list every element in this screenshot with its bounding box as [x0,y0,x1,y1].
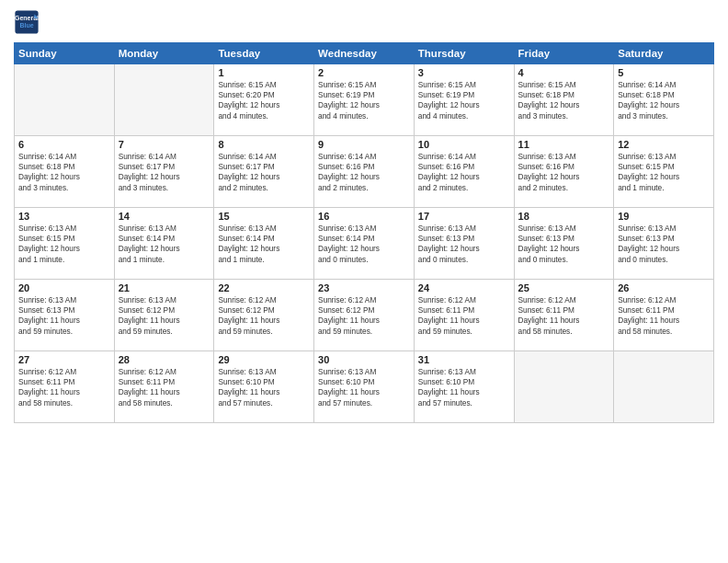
calendar-cell: 8Sunrise: 6:14 AM Sunset: 6:17 PM Daylig… [214,136,314,208]
calendar-cell: 5Sunrise: 6:14 AM Sunset: 6:18 PM Daylig… [614,64,714,136]
day-number: 10 [418,139,510,150]
cell-info: Sunrise: 6:14 AM Sunset: 6:17 PM Dayligh… [218,152,310,193]
calendar-cell: 31Sunrise: 6:13 AM Sunset: 6:10 PM Dayli… [414,351,514,423]
calendar-cell [15,64,115,136]
day-number: 31 [418,354,510,365]
calendar-cell: 17Sunrise: 6:13 AM Sunset: 6:13 PM Dayli… [414,208,514,280]
calendar-cell: 11Sunrise: 6:13 AM Sunset: 6:16 PM Dayli… [514,136,614,208]
calendar-cell [114,64,214,136]
header: General Blue [14,9,714,35]
day-number: 22 [218,282,310,293]
calendar-table: SundayMondayTuesdayWednesdayThursdayFrid… [14,42,714,423]
day-number: 27 [18,354,110,365]
calendar-cell: 9Sunrise: 6:14 AM Sunset: 6:16 PM Daylig… [314,136,415,208]
weekday-header-monday: Monday [114,43,214,64]
weekday-header-tuesday: Tuesday [214,43,314,64]
calendar-cell: 13Sunrise: 6:13 AM Sunset: 6:15 PM Dayli… [15,208,115,280]
day-number: 30 [318,354,410,365]
day-number: 5 [618,67,710,78]
day-number: 3 [418,67,510,78]
calendar-cell: 7Sunrise: 6:14 AM Sunset: 6:17 PM Daylig… [114,136,214,208]
cell-info: Sunrise: 6:12 AM Sunset: 6:11 PM Dayligh… [119,367,210,408]
calendar-cell: 3Sunrise: 6:15 AM Sunset: 6:19 PM Daylig… [414,64,514,136]
calendar-cell: 12Sunrise: 6:13 AM Sunset: 6:15 PM Dayli… [614,136,714,208]
cell-info: Sunrise: 6:14 AM Sunset: 6:17 PM Dayligh… [119,152,210,193]
calendar-cell: 21Sunrise: 6:13 AM Sunset: 6:12 PM Dayli… [114,280,214,351]
weekday-header-row: SundayMondayTuesdayWednesdayThursdayFrid… [15,43,714,64]
calendar-cell: 27Sunrise: 6:12 AM Sunset: 6:11 PM Dayli… [15,351,115,423]
cell-info: Sunrise: 6:14 AM Sunset: 6:16 PM Dayligh… [418,152,510,193]
calendar-cell: 18Sunrise: 6:13 AM Sunset: 6:13 PM Dayli… [514,208,614,280]
calendar-cell: 2Sunrise: 6:15 AM Sunset: 6:19 PM Daylig… [314,64,415,136]
svg-text:Blue: Blue [19,22,33,29]
weekday-header-wednesday: Wednesday [314,43,415,64]
calendar-cell: 25Sunrise: 6:12 AM Sunset: 6:11 PM Dayli… [514,280,614,351]
page: General Blue SundayMondayTuesdayWednesda… [0,0,728,563]
cell-info: Sunrise: 6:14 AM Sunset: 6:18 PM Dayligh… [18,152,110,193]
calendar-cell: 1Sunrise: 6:15 AM Sunset: 6:20 PM Daylig… [214,64,314,136]
calendar-cell: 29Sunrise: 6:13 AM Sunset: 6:10 PM Dayli… [214,351,314,423]
cell-info: Sunrise: 6:13 AM Sunset: 6:10 PM Dayligh… [218,367,310,408]
calendar-cell [614,351,714,423]
day-number: 24 [418,282,510,293]
weekday-header-saturday: Saturday [614,43,714,64]
cell-info: Sunrise: 6:12 AM Sunset: 6:11 PM Dayligh… [618,295,710,337]
day-number: 4 [518,67,610,78]
calendar-cell: 26Sunrise: 6:12 AM Sunset: 6:11 PM Dayli… [614,280,714,351]
day-number: 21 [119,282,210,293]
day-number: 6 [18,139,110,150]
day-number: 29 [218,354,310,365]
cell-info: Sunrise: 6:13 AM Sunset: 6:16 PM Dayligh… [518,152,610,193]
day-number: 14 [119,211,210,222]
calendar-cell: 30Sunrise: 6:13 AM Sunset: 6:10 PM Dayli… [314,351,415,423]
cell-info: Sunrise: 6:13 AM Sunset: 6:10 PM Dayligh… [418,367,510,408]
weekday-header-thursday: Thursday [414,43,514,64]
calendar-cell: 19Sunrise: 6:13 AM Sunset: 6:13 PM Dayli… [614,208,714,280]
day-number: 16 [318,211,410,222]
day-number: 12 [618,139,710,150]
day-number: 19 [618,211,710,222]
day-number: 17 [418,211,510,222]
day-number: 7 [119,139,210,150]
day-number: 15 [218,211,310,222]
day-number: 18 [518,211,610,222]
cell-info: Sunrise: 6:13 AM Sunset: 6:14 PM Dayligh… [218,224,310,265]
day-number: 9 [318,139,410,150]
week-row-3: 13Sunrise: 6:13 AM Sunset: 6:15 PM Dayli… [15,208,714,280]
day-number: 11 [518,139,610,150]
cell-info: Sunrise: 6:13 AM Sunset: 6:13 PM Dayligh… [418,224,510,265]
cell-info: Sunrise: 6:13 AM Sunset: 6:13 PM Dayligh… [618,224,710,265]
logo-icon: General Blue [14,9,40,35]
cell-info: Sunrise: 6:13 AM Sunset: 6:14 PM Dayligh… [119,224,210,265]
cell-info: Sunrise: 6:15 AM Sunset: 6:19 PM Dayligh… [318,80,410,121]
cell-info: Sunrise: 6:14 AM Sunset: 6:16 PM Dayligh… [318,152,410,193]
cell-info: Sunrise: 6:12 AM Sunset: 6:11 PM Dayligh… [518,295,610,337]
calendar-cell: 24Sunrise: 6:12 AM Sunset: 6:11 PM Dayli… [414,280,514,351]
cell-info: Sunrise: 6:15 AM Sunset: 6:18 PM Dayligh… [518,80,610,121]
cell-info: Sunrise: 6:13 AM Sunset: 6:13 PM Dayligh… [518,224,610,265]
cell-info: Sunrise: 6:13 AM Sunset: 6:15 PM Dayligh… [18,224,110,265]
weekday-header-sunday: Sunday [15,43,115,64]
logo: General Blue [14,9,43,35]
cell-info: Sunrise: 6:14 AM Sunset: 6:18 PM Dayligh… [618,80,710,121]
cell-info: Sunrise: 6:13 AM Sunset: 6:14 PM Dayligh… [318,224,410,265]
calendar-cell: 20Sunrise: 6:13 AM Sunset: 6:13 PM Dayli… [15,280,115,351]
calendar-cell: 10Sunrise: 6:14 AM Sunset: 6:16 PM Dayli… [414,136,514,208]
week-row-2: 6Sunrise: 6:14 AM Sunset: 6:18 PM Daylig… [15,136,714,208]
day-number: 1 [218,67,310,78]
day-number: 25 [518,282,610,293]
day-number: 28 [119,354,210,365]
calendar-cell: 23Sunrise: 6:12 AM Sunset: 6:12 PM Dayli… [314,280,415,351]
calendar-cell: 28Sunrise: 6:12 AM Sunset: 6:11 PM Dayli… [114,351,214,423]
cell-info: Sunrise: 6:13 AM Sunset: 6:15 PM Dayligh… [618,152,710,193]
day-number: 20 [18,282,110,293]
day-number: 13 [18,211,110,222]
calendar-cell: 15Sunrise: 6:13 AM Sunset: 6:14 PM Dayli… [214,208,314,280]
week-row-1: 1Sunrise: 6:15 AM Sunset: 6:20 PM Daylig… [15,64,714,136]
weekday-header-friday: Friday [514,43,614,64]
week-row-5: 27Sunrise: 6:12 AM Sunset: 6:11 PM Dayli… [15,351,714,423]
calendar-cell: 6Sunrise: 6:14 AM Sunset: 6:18 PM Daylig… [15,136,115,208]
day-number: 23 [318,282,410,293]
day-number: 2 [318,67,410,78]
calendar-cell [514,351,614,423]
